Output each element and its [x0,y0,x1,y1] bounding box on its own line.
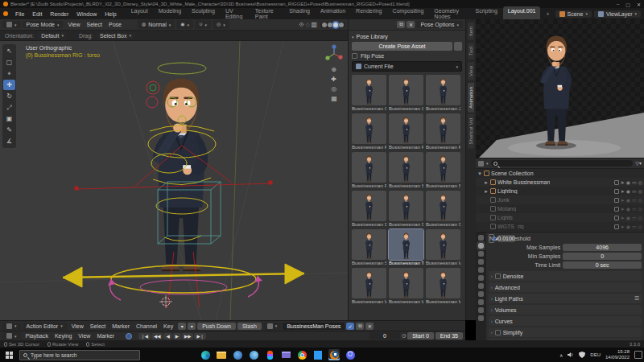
show-gizmo-icon[interactable]: ⟐ [299,21,303,28]
add-workspace-button[interactable]: + [541,10,554,19]
language-indicator[interactable]: DEU [590,352,601,357]
panel-expand-icon[interactable]: › [491,330,493,335]
pose-thumbnail[interactable] [352,229,386,260]
overlays-icon[interactable]: ◌ [306,21,310,28]
tool-button[interactable]: ✛ [3,80,15,90]
menu-item[interactable]: Window [72,10,101,18]
pose-asset[interactable]: Bussinessman Sta [426,152,460,188]
pose-options-dropdown[interactable]: Pose Options▾ [416,21,463,28]
duplicate-action-icon[interactable]: ⧉ [356,323,364,330]
create-pose-extra-button[interactable] [454,42,462,51]
menu-item[interactable]: Help [101,10,120,18]
timeline-editor-type-button[interactable]: ▾ [2,332,21,339]
transport-button[interactable]: ◀ [163,333,171,339]
tool-tab-icon[interactable] [478,235,484,241]
taskbar-search-input[interactable]: Type here to search [19,350,140,360]
viewport-disable-icon[interactable]: ▭ [632,224,637,229]
outliner-row[interactable]: Junk ➤ ◉ ▭ ◎ [476,195,644,204]
outliner-editor-icon[interactable] [478,161,484,167]
panel-header[interactable]: › Curves ☰ [489,316,642,326]
nav-icon[interactable]: ⊕ [331,66,337,73]
current-frame-field[interactable]: 0 [369,332,400,339]
selectable-checkbox[interactable] [614,189,619,194]
pose-thumbnail[interactable] [352,75,386,105]
minimize-button[interactable]: – [617,2,619,7]
pose-asset[interactable]: Bussinessman Cr... [389,75,423,111]
preview-viewport[interactable] [476,19,644,158]
outliner-search-input[interactable] [491,160,634,167]
tray-expand-icon[interactable]: ∧ [559,352,563,358]
pose-asset[interactable]: Bussinessman St... [352,191,386,227]
viewport-menu-item[interactable]: Select [84,21,105,28]
snap-magnet-toggle[interactable]: ∪▾ [195,20,211,29]
hide-eye-icon[interactable]: ◉ [626,188,630,194]
security-shield-icon[interactable] [579,352,585,358]
object-tab-icon[interactable] [478,283,484,289]
cursor-toggle-icon[interactable]: ➤ [621,188,625,194]
maximize-button[interactable]: ▢ [625,2,630,7]
panel-expand-icon[interactable]: › [491,285,493,290]
close-icon[interactable]: ✕ [407,21,415,28]
outliner-row[interactable]: Motang ➤ ◉ ▭ ◎ [476,204,644,213]
timeline-menu-item[interactable]: Marker [93,332,118,339]
proportional-edit-toggle[interactable]: ◎▾ [213,20,229,29]
shading-mode-switch[interactable] [320,22,345,28]
expand-icon[interactable]: ▾ [477,171,482,177]
panel-expand-icon[interactable]: › [491,319,493,323]
pose-thumbnail[interactable] [426,268,460,298]
transport-button[interactable]: ▶▶ [182,333,193,339]
pose-asset[interactable]: Bussinessman Sta [389,191,423,227]
pose-asset[interactable]: Bussinessman W... [352,268,386,304]
viewlayer-selector[interactable]: ViewLayer▾ [594,10,641,18]
expand-icon[interactable]: ▸ [484,188,489,195]
tool-button[interactable]: ⌖ [3,68,15,79]
cursor-toggle-icon[interactable]: ➤ [621,215,625,220]
property-field[interactable]: Time Limit 0 sec [489,261,642,269]
transport-button[interactable]: ❘◀ [138,333,151,339]
pose-asset[interactable]: Bussinessman Poi... [389,113,423,150]
drag-dropdown[interactable]: Select Box▾ [96,32,135,39]
snap-dropdown-icon[interactable]: ▾ [188,323,196,330]
viewport-menu-item[interactable]: View [64,21,83,28]
viewport-3d[interactable]: ▾ Pose Mode▾ ViewSelectPose ◍Normal▾ ◉▾ … [0,19,348,320]
viewport-menu-item[interactable]: Pose [105,21,125,28]
pose-thumbnail[interactable] [389,191,423,221]
editor-type-button[interactable]: ▾ [2,21,21,28]
pose-thumbnail[interactable] [389,152,423,183]
stash-button[interactable]: Stash [237,323,262,330]
sidebar-tab[interactable]: Shortcut Vid [468,114,474,149]
frame-end-field[interactable]: End 35 [436,332,463,339]
pose-thumbnail[interactable] [389,113,423,144]
transport-button[interactable]: ▶❘ [194,333,206,339]
panel-checkbox[interactable] [495,274,501,279]
cursor-toggle-icon[interactable]: ➤ [621,179,625,185]
outliner-row[interactable]: Lights ➤ ◉ ▭ ◎ [476,213,644,222]
property-field[interactable]: Noise Threshold 0.0100 [489,234,494,243]
nav-icon[interactable]: ✚ [331,76,337,83]
notification-center-icon[interactable] [634,351,642,359]
panel-header[interactable]: › Advanced ☰ [489,282,642,292]
panel-header[interactable]: › Volumes ☰ [489,305,642,315]
pose-thumbnail[interactable] [426,191,460,221]
tool-button[interactable]: ↖ [3,46,15,56]
timeline-menu-item[interactable]: Playback [23,332,52,339]
tool-button[interactable]: ∡ [3,136,15,146]
menu-item[interactable]: Edit [28,10,46,18]
panel-expand-icon[interactable]: › [491,296,493,301]
menu-item[interactable]: Render [46,10,72,18]
viewlayer-tab-icon[interactable] [478,259,484,265]
sidebar-tab[interactable]: View [468,62,474,80]
action-name-field[interactable]: BussinessMan Poses [283,323,345,330]
menu-item[interactable]: File [11,10,28,18]
tool-button[interactable]: ▣ [3,113,15,124]
panel-expand-icon[interactable]: › [491,274,493,278]
viewport-disable-icon[interactable]: ▭ [632,179,637,185]
property-value[interactable]: 0.0100 [497,235,514,242]
transport-button[interactable]: ◀◀ [151,333,163,339]
discord-icon[interactable]: ᗜ [345,349,356,360]
cursor-toggle-icon[interactable]: ➤ [621,197,625,203]
viewport-disable-icon[interactable]: ▭ [632,197,637,203]
timeline-menu-item[interactable]: Keying [52,332,75,339]
outliner-row[interactable]: ▸ Lighting ➤ ◉ ▭ ◎ [476,187,644,195]
dope-menu-item[interactable]: Channel [133,323,160,330]
